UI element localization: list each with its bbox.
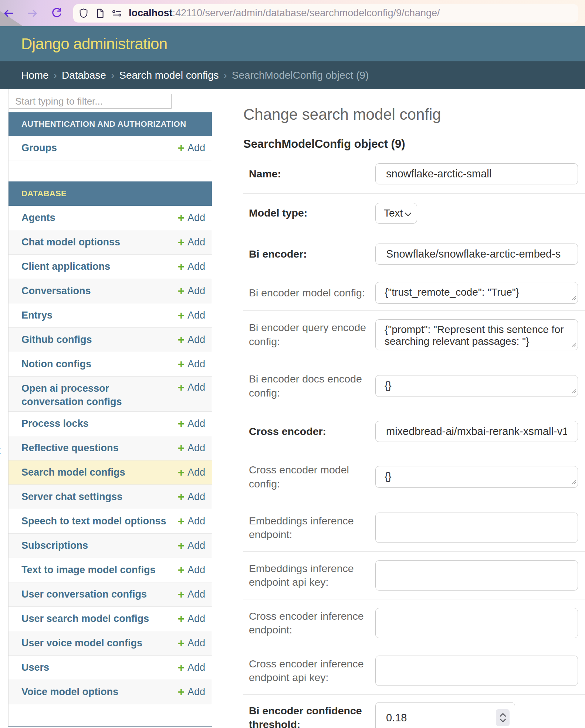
add-users-button[interactable]: +Add [178,662,205,673]
forward-button[interactable] [27,8,38,19]
add-chat-model-optionss-button[interactable]: +Add [178,237,205,248]
add-github-configs-button[interactable]: +Add [178,334,205,346]
url-path: :42110/server/admin/database/searchmodel… [173,7,440,18]
plus-icon: + [178,212,185,224]
add-agents-button[interactable]: +Add [178,212,205,224]
resize-grip-icon[interactable] [571,341,576,348]
breadcrumb-home[interactable]: Home [21,69,49,81]
cross-encoder-inference-endpoint-api-key-input[interactable] [375,656,578,686]
sidebar-link-reflective-questions[interactable]: Reflective questions [21,441,119,455]
field-row-name: Name: [243,154,585,194]
add-entrys-button[interactable]: +Add [178,310,205,321]
field-row-model-type: Model type: Text [243,194,585,233]
add-user-voice-model-configs-button[interactable]: +Add [178,637,205,649]
sidebar-collapse-toggle[interactable]: ‹ [0,443,1,458]
sidebar-link-user-conversation-configs[interactable]: User conversation configs [21,588,147,601]
sidebar-item-subscriptions: Subscriptions +Add [9,534,212,558]
sidebar-link-groups[interactable]: Groups [21,141,57,154]
bi-encoder-model-config-textarea[interactable]: {"trust_remote_code": "True"} [375,282,578,304]
bi-encoder-confidence-threshold-input[interactable]: 0.18 [375,702,515,728]
plus-icon: + [178,237,185,248]
add-open-ai-processor-conversation-configs-button[interactable]: +Add [178,382,205,393]
cross-encoder-inference-endpoint-label: Cross encoder inference endpoint: [243,609,375,637]
resize-grip-icon[interactable] [571,295,576,302]
add-subscriptions-button[interactable]: +Add [178,540,205,551]
number-stepper[interactable] [496,709,510,726]
add-reflective-questions-button[interactable]: +Add [178,442,205,454]
sidebar-link-users[interactable]: Users [21,661,49,674]
sidebar-spacer [9,704,212,726]
sidebar-link-client-applications[interactable]: Client applications [21,260,110,273]
add-notion-configs-button[interactable]: +Add [178,358,205,370]
sidebar-link-notion-configs[interactable]: Notion configs [21,357,91,371]
cross-encoder-label: Cross encoder: [243,425,375,439]
add-groups-button[interactable]: +Add [178,142,205,154]
plus-icon: + [178,382,185,393]
cross-encoder-input[interactable] [375,421,578,442]
plus-icon: + [178,637,185,649]
breadcrumb-database[interactable]: Database [62,69,106,81]
resize-grip-icon[interactable] [571,479,576,486]
add-server-chat-settingss-button[interactable]: +Add [178,491,205,503]
cross-encoder-model-config-label: Cross encoder model config: [243,463,375,491]
sidebar-link-search-model-configs[interactable]: Search model configs [21,466,125,479]
sidebar-link-subscriptions[interactable]: Subscriptions [21,539,88,552]
breadcrumb-search-model-configs[interactable]: Search model configs [119,69,219,81]
sidebar-item-agents: Agents +Add [9,206,212,230]
plus-icon: + [178,334,185,346]
sidebar-link-entrys[interactable]: Entrys [21,309,53,322]
bi-encoder-confidence-threshold-label: Bi encoder confidence threshold: [243,704,375,728]
plus-icon: + [178,613,185,625]
sidebar-item-conversations: Conversations +Add [9,279,212,303]
resize-grip-icon[interactable] [571,388,576,395]
plus-icon: + [178,540,185,551]
add-process-locks-button[interactable]: +Add [178,418,205,429]
shield-icon[interactable] [78,8,89,18]
address-bar[interactable]: localhost:42110/server/admin/database/se… [73,4,578,23]
sidebar-link-github-configs[interactable]: Github configs [21,333,92,346]
add-speech-to-text-model-optionss-button[interactable]: +Add [178,516,205,527]
bi-encoder-input[interactable] [375,244,578,265]
model-type-select[interactable]: Text [375,203,417,224]
sidebar-link-open-ai-processor-conversation-configs[interactable]: Open ai processor conversation configs [21,382,132,409]
add-voice-model-options-button[interactable]: +Add [178,686,205,698]
sidebar-link-user-voice-model-configs[interactable]: User voice model configs [21,636,142,650]
back-button[interactable] [3,8,14,19]
sidebar-link-process-locks[interactable]: Process locks [21,417,89,430]
add-user-search-model-configs-button[interactable]: +Add [178,613,205,625]
plus-icon: + [178,285,185,297]
cross-encoder-model-config-textarea[interactable]: {} [375,466,578,488]
bi-encoder-query-encode-config-textarea[interactable]: {"prompt": "Represent this sentence for … [375,319,578,350]
sidebar-link-server-chat-settingss[interactable]: Server chat settingss [21,490,122,503]
add-search-model-configs-button[interactable]: +Add [178,467,205,478]
plus-icon: + [178,467,185,478]
reload-button[interactable] [51,8,62,19]
field-row-bi-encoder: Bi encoder: [243,233,585,275]
plus-icon: + [178,142,185,154]
add-text-to-image-model-configs-button[interactable]: +Add [178,564,205,576]
sidebar-link-chat-model-optionss[interactable]: Chat model optionss [21,235,120,249]
bi-encoder-docs-encode-config-textarea[interactable]: {} [375,375,578,397]
sidebar-link-agents[interactable]: Agents [21,211,55,224]
permissions-sliders-icon[interactable] [112,8,122,18]
sidebar-link-text-to-image-model-configs[interactable]: Text to image model configs [21,563,156,576]
sidebar-item-user-conversation-configs: User conversation configs +Add [9,582,212,607]
site-title[interactable]: Django administration [21,35,168,53]
embeddings-inference-endpoint-api-key-input[interactable] [375,560,578,591]
add-conversations-button[interactable]: +Add [178,285,205,297]
cross-encoder-inference-endpoint-input[interactable] [375,608,578,638]
sidebar-link-speech-to-text-model-optionss[interactable]: Speech to text model optionss [21,514,166,528]
page-info-icon[interactable] [95,8,105,18]
add-client-applications-button[interactable]: +Add [178,261,205,272]
url-text[interactable]: localhost:42110/server/admin/database/se… [129,7,440,19]
name-input[interactable] [375,163,578,184]
sidebar-link-user-search-model-configs[interactable]: User search model configs [21,612,149,625]
embeddings-inference-endpoint-input[interactable] [375,513,578,543]
sidebar-item-user-voice-model-configs: User voice model configs +Add [9,631,212,656]
sidebar-item-open-ai-processor-conversation-configs: Open ai processor conversation configs +… [9,377,212,412]
sidebar-link-conversations[interactable]: Conversations [21,284,91,297]
add-user-conversation-configs-button[interactable]: +Add [178,589,205,600]
bi-encoder-label: Bi encoder: [243,247,375,261]
sidebar-filter-input[interactable] [9,94,172,109]
sidebar-link-voice-model-options[interactable]: Voice model options [21,685,118,698]
